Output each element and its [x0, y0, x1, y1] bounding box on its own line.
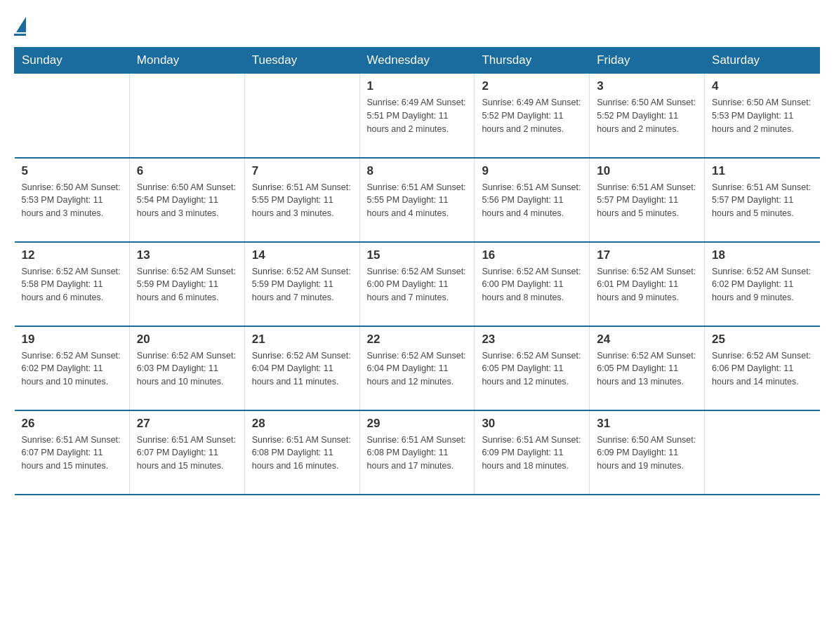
day-info: Sunrise: 6:51 AM Sunset: 5:56 PM Dayligh…	[482, 181, 582, 220]
day-info: Sunrise: 6:51 AM Sunset: 6:07 PM Dayligh…	[22, 434, 122, 473]
day-info: Sunrise: 6:52 AM Sunset: 6:01 PM Dayligh…	[597, 265, 697, 304]
day-number: 13	[137, 248, 237, 262]
calendar-cell: 19Sunrise: 6:52 AM Sunset: 6:02 PM Dayli…	[15, 326, 130, 410]
day-info: Sunrise: 6:49 AM Sunset: 5:52 PM Dayligh…	[482, 96, 582, 135]
day-info: Sunrise: 6:51 AM Sunset: 5:57 PM Dayligh…	[597, 181, 697, 220]
day-info: Sunrise: 6:52 AM Sunset: 6:06 PM Dayligh…	[712, 349, 812, 389]
calendar-cell: 10Sunrise: 6:51 AM Sunset: 5:57 PM Dayli…	[590, 158, 705, 242]
day-number: 21	[252, 333, 352, 347]
day-info: Sunrise: 6:52 AM Sunset: 6:05 PM Dayligh…	[597, 349, 697, 389]
calendar-cell: 28Sunrise: 6:51 AM Sunset: 6:08 PM Dayli…	[244, 410, 359, 495]
day-info: Sunrise: 6:52 AM Sunset: 5:59 PM Dayligh…	[252, 265, 352, 304]
calendar-cell: 18Sunrise: 6:52 AM Sunset: 6:02 PM Dayli…	[705, 242, 820, 326]
day-info: Sunrise: 6:50 AM Sunset: 5:53 PM Dayligh…	[712, 96, 812, 135]
day-number: 15	[367, 248, 468, 262]
calendar-cell: 30Sunrise: 6:51 AM Sunset: 6:09 PM Dayli…	[475, 410, 590, 495]
day-info: Sunrise: 6:52 AM Sunset: 6:03 PM Dayligh…	[137, 349, 237, 389]
day-number: 12	[22, 248, 122, 262]
day-number: 27	[137, 417, 237, 431]
calendar-week-row: 26Sunrise: 6:51 AM Sunset: 6:07 PM Dayli…	[15, 410, 820, 495]
day-number: 22	[367, 333, 468, 347]
day-number: 23	[482, 333, 582, 347]
day-number: 17	[597, 248, 697, 262]
calendar-cell: 25Sunrise: 6:52 AM Sunset: 6:06 PM Dayli…	[705, 326, 820, 410]
column-header-wednesday: Wednesday	[359, 48, 475, 74]
day-info: Sunrise: 6:51 AM Sunset: 5:57 PM Dayligh…	[712, 181, 812, 220]
day-number: 6	[137, 164, 237, 178]
day-info: Sunrise: 6:50 AM Sunset: 5:53 PM Dayligh…	[22, 181, 122, 220]
calendar-cell: 14Sunrise: 6:52 AM Sunset: 5:59 PM Dayli…	[244, 242, 359, 326]
calendar-week-row: 5Sunrise: 6:50 AM Sunset: 5:53 PM Daylig…	[15, 158, 820, 242]
column-header-sunday: Sunday	[15, 48, 130, 74]
calendar-header-row: SundayMondayTuesdayWednesdayThursdayFrid…	[15, 48, 820, 74]
calendar-cell: 3Sunrise: 6:50 AM Sunset: 5:52 PM Daylig…	[590, 74, 705, 158]
day-number: 19	[22, 333, 122, 347]
day-number: 3	[597, 79, 697, 93]
day-number: 30	[482, 417, 582, 431]
day-info: Sunrise: 6:50 AM Sunset: 5:52 PM Dayligh…	[597, 96, 697, 135]
calendar-cell	[705, 410, 820, 495]
day-info: Sunrise: 6:52 AM Sunset: 5:59 PM Dayligh…	[137, 265, 237, 304]
day-number: 14	[252, 248, 352, 262]
calendar-cell: 20Sunrise: 6:52 AM Sunset: 6:03 PM Dayli…	[129, 326, 244, 410]
day-info: Sunrise: 6:51 AM Sunset: 5:55 PM Dayligh…	[367, 181, 468, 220]
day-number: 25	[712, 333, 812, 347]
calendar-cell	[15, 74, 130, 158]
day-number: 16	[482, 248, 582, 262]
calendar-cell: 9Sunrise: 6:51 AM Sunset: 5:56 PM Daylig…	[475, 158, 590, 242]
column-header-friday: Friday	[590, 48, 705, 74]
day-number: 24	[597, 333, 697, 347]
day-number: 29	[367, 417, 468, 431]
calendar-cell: 6Sunrise: 6:50 AM Sunset: 5:54 PM Daylig…	[129, 158, 244, 242]
calendar-cell: 16Sunrise: 6:52 AM Sunset: 6:00 PM Dayli…	[475, 242, 590, 326]
day-number: 7	[252, 164, 352, 178]
day-number: 31	[597, 417, 697, 431]
day-number: 8	[367, 164, 468, 178]
day-info: Sunrise: 6:51 AM Sunset: 6:08 PM Dayligh…	[252, 434, 352, 473]
calendar-table: SundayMondayTuesdayWednesdayThursdayFrid…	[14, 47, 820, 495]
calendar-cell: 17Sunrise: 6:52 AM Sunset: 6:01 PM Dayli…	[590, 242, 705, 326]
column-header-saturday: Saturday	[705, 48, 820, 74]
page-header	[14, 14, 820, 36]
logo-triangle-icon	[16, 17, 26, 32]
calendar-cell: 5Sunrise: 6:50 AM Sunset: 5:53 PM Daylig…	[15, 158, 130, 242]
calendar-cell: 29Sunrise: 6:51 AM Sunset: 6:08 PM Dayli…	[359, 410, 475, 495]
day-info: Sunrise: 6:52 AM Sunset: 6:02 PM Dayligh…	[22, 349, 122, 389]
calendar-cell: 11Sunrise: 6:51 AM Sunset: 5:57 PM Dayli…	[705, 158, 820, 242]
day-number: 1	[367, 79, 468, 93]
day-info: Sunrise: 6:51 AM Sunset: 6:09 PM Dayligh…	[482, 434, 582, 473]
calendar-cell: 8Sunrise: 6:51 AM Sunset: 5:55 PM Daylig…	[359, 158, 475, 242]
column-header-tuesday: Tuesday	[244, 48, 359, 74]
day-info: Sunrise: 6:52 AM Sunset: 6:04 PM Dayligh…	[252, 349, 352, 389]
day-info: Sunrise: 6:52 AM Sunset: 5:58 PM Dayligh…	[22, 265, 122, 304]
day-number: 26	[22, 417, 122, 431]
calendar-cell: 31Sunrise: 6:50 AM Sunset: 6:09 PM Dayli…	[590, 410, 705, 495]
day-info: Sunrise: 6:51 AM Sunset: 6:08 PM Dayligh…	[367, 434, 468, 473]
day-info: Sunrise: 6:50 AM Sunset: 6:09 PM Dayligh…	[597, 434, 697, 473]
day-number: 11	[712, 164, 812, 178]
day-info: Sunrise: 6:52 AM Sunset: 6:02 PM Dayligh…	[712, 265, 812, 304]
calendar-cell: 27Sunrise: 6:51 AM Sunset: 6:07 PM Dayli…	[129, 410, 244, 495]
day-number: 10	[597, 164, 697, 178]
calendar-cell	[129, 74, 244, 158]
calendar-week-row: 12Sunrise: 6:52 AM Sunset: 5:58 PM Dayli…	[15, 242, 820, 326]
logo-underline	[14, 34, 26, 36]
calendar-cell: 26Sunrise: 6:51 AM Sunset: 6:07 PM Dayli…	[15, 410, 130, 495]
day-info: Sunrise: 6:49 AM Sunset: 5:51 PM Dayligh…	[367, 96, 468, 135]
day-info: Sunrise: 6:52 AM Sunset: 6:05 PM Dayligh…	[482, 349, 582, 389]
calendar-cell: 12Sunrise: 6:52 AM Sunset: 5:58 PM Dayli…	[15, 242, 130, 326]
calendar-week-row: 1Sunrise: 6:49 AM Sunset: 5:51 PM Daylig…	[15, 74, 820, 158]
calendar-cell: 4Sunrise: 6:50 AM Sunset: 5:53 PM Daylig…	[705, 74, 820, 158]
calendar-cell: 1Sunrise: 6:49 AM Sunset: 5:51 PM Daylig…	[359, 74, 475, 158]
calendar-cell: 13Sunrise: 6:52 AM Sunset: 5:59 PM Dayli…	[129, 242, 244, 326]
day-number: 5	[22, 164, 122, 178]
day-number: 4	[712, 79, 812, 93]
day-number: 18	[712, 248, 812, 262]
day-number: 28	[252, 417, 352, 431]
calendar-week-row: 19Sunrise: 6:52 AM Sunset: 6:02 PM Dayli…	[15, 326, 820, 410]
logo	[14, 14, 26, 36]
calendar-cell	[244, 74, 359, 158]
day-info: Sunrise: 6:52 AM Sunset: 6:00 PM Dayligh…	[367, 265, 468, 304]
column-header-thursday: Thursday	[475, 48, 590, 74]
day-number: 9	[482, 164, 582, 178]
